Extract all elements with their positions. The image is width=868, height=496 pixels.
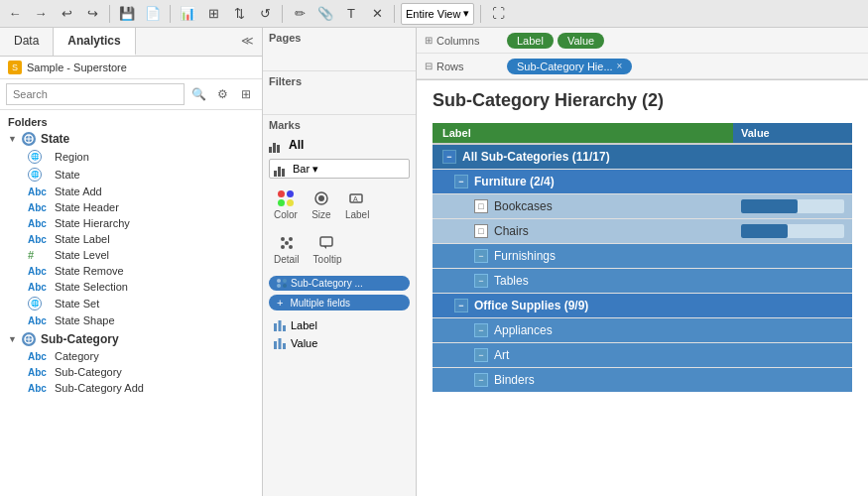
hier-row-all[interactable]: − All Sub-Categories (11/17) <box>433 145 852 170</box>
rows-pill-hierarchy[interactable]: Sub-Category Hie... × <box>507 59 632 74</box>
hier-text-office: Office Supplies (9/9) <box>474 299 588 312</box>
table-button[interactable]: ⊞ <box>202 3 224 25</box>
columns-pill-label[interactable]: Label <box>507 33 554 49</box>
field-region[interactable]: 🌐 Region <box>0 148 262 166</box>
field-state-remove[interactable]: Abc State Remove <box>0 263 262 279</box>
marks-pill-multiple[interactable]: + Multiple fields <box>269 295 410 310</box>
hier-row-furnishings[interactable]: − Furnishings <box>433 244 852 269</box>
field-state-set[interactable]: 🌐 State Set <box>0 295 262 312</box>
hier-toggle-furniture[interactable]: − <box>454 175 468 188</box>
refresh-button[interactable]: ↺ <box>254 3 276 25</box>
field-state-selection[interactable]: Abc State Selection <box>0 279 262 295</box>
bar-fill-bookcases <box>741 199 798 213</box>
rows-shelf-icon: ⊟ <box>425 61 433 71</box>
undo-button[interactable]: ↩ <box>56 3 77 25</box>
hier-row-furniture[interactable]: − Furniture (2/4) <box>433 170 852 194</box>
color-button[interactable]: Color <box>269 186 303 223</box>
data-source-label: Sample - Superstore <box>27 62 127 73</box>
tooltip-button[interactable]: Tooltip <box>309 231 347 268</box>
columns-pill-value[interactable]: Value <box>558 33 604 49</box>
filter-button[interactable]: ⚙ <box>212 84 232 104</box>
hier-toggle-art[interactable]: − <box>474 348 488 362</box>
filters-content <box>269 90 410 110</box>
rows-pill-x[interactable]: × <box>617 61 623 71</box>
field-subcategory[interactable]: Abc Sub-Category <box>0 364 262 380</box>
hier-toggle-office[interactable]: − <box>454 299 468 312</box>
marks-all-label: All <box>269 137 410 153</box>
center-panel: Pages Filters Marks All <box>263 28 417 496</box>
group-header-state[interactable]: ▼ State <box>0 130 262 148</box>
field-state-hierarchy[interactable]: Abc State Hierarchy <box>0 215 262 231</box>
hier-row-art[interactable]: − Art <box>433 343 852 368</box>
panel-collapse-button[interactable]: ≪ <box>233 28 262 56</box>
group-header-subcategory[interactable]: ▼ Sub-Category <box>0 330 262 348</box>
hier-text-all: All Sub-Categories (11/17) <box>462 150 610 164</box>
hier-row-bookcases[interactable]: □ Bookcases <box>433 194 852 219</box>
field-state-level[interactable]: # State Level <box>0 247 262 263</box>
hier-toggle-bookcases[interactable]: □ <box>474 199 488 213</box>
back-button[interactable]: ← <box>4 3 26 25</box>
fit-button[interactable]: ⛶ <box>487 3 509 25</box>
add-chart-button[interactable]: 📊 <box>177 3 198 25</box>
field-subcategory-add[interactable]: Abc Sub-Category Add <box>0 380 262 396</box>
field-state[interactable]: 🌐 State <box>0 166 262 184</box>
view-dropdown[interactable]: Entire View ▾ <box>401 3 474 25</box>
hier-toggle-chairs[interactable]: □ <box>474 224 488 238</box>
label-button[interactable]: A Label <box>340 186 374 223</box>
field-category[interactable]: Abc Category <box>0 348 262 364</box>
hier-toggle-all[interactable]: − <box>442 150 456 164</box>
tab-data[interactable]: Data <box>0 28 54 56</box>
tooltip-button-label: Tooltip <box>313 254 342 265</box>
field-state-add[interactable]: Abc State Add <box>0 184 262 199</box>
hier-row-tables[interactable]: − Tables <box>433 269 852 294</box>
fields-panel: Folders ▼ State 🌐 Region 🌐 State <box>0 110 262 496</box>
marks-type-select[interactable]: Bar ▾ <box>269 159 410 179</box>
size-button[interactable]: Size <box>307 186 336 223</box>
svg-rect-20 <box>274 341 277 349</box>
field-state-header[interactable]: Abc State Header <box>0 199 262 215</box>
hier-toggle-tables[interactable]: − <box>474 274 488 288</box>
field-state-shape[interactable]: Abc State Shape <box>0 312 262 328</box>
bar-chart-icon-label <box>273 318 287 332</box>
detail-button[interactable]: Detail <box>269 231 305 268</box>
search-button[interactable]: 🔍 <box>188 84 208 104</box>
text-button[interactable]: T <box>340 3 362 25</box>
svg-text:A: A <box>353 195 358 202</box>
hier-toggle-binders[interactable]: − <box>474 373 488 387</box>
sep1 <box>109 5 110 23</box>
svg-rect-15 <box>320 237 332 246</box>
sort-asc-button[interactable]: ⇅ <box>228 3 250 25</box>
field-label-state-label: State Label <box>55 233 110 245</box>
redo-button[interactable]: ↪ <box>81 3 103 25</box>
field-state-label[interactable]: Abc State Label <box>0 231 262 247</box>
view-toggle-button[interactable]: ⊞ <box>236 84 256 104</box>
hier-row-chairs[interactable]: □ Chairs <box>433 219 852 244</box>
marks-field-value[interactable]: Value <box>269 334 410 352</box>
search-input[interactable] <box>6 83 185 105</box>
marks-field-label[interactable]: Label <box>269 316 410 334</box>
label-icon: A <box>347 189 367 207</box>
hier-row-office[interactable]: − Office Supplies (9/9) <box>433 294 852 318</box>
hier-toggle-furnishings[interactable]: − <box>474 249 488 263</box>
forward-button[interactable]: → <box>30 3 52 25</box>
hier-row-binders[interactable]: − Binders <box>433 368 852 392</box>
paperclip-button[interactable]: 📎 <box>314 3 336 25</box>
rows-shelf: ⊟ Rows Sub-Category Hie... × <box>417 54 868 79</box>
save-button[interactable]: 💾 <box>116 3 138 25</box>
new-button[interactable]: 📄 <box>142 3 164 25</box>
marks-field-value-text: Value <box>291 337 317 349</box>
hier-label-binders: − Binders <box>433 368 733 392</box>
field-type-icon-state-shape: Abc <box>28 315 50 326</box>
col-header-label: Label <box>433 123 733 143</box>
marks-pill-subcategory[interactable]: Sub-Category ... <box>269 276 410 291</box>
hier-value-furnishings <box>733 244 852 268</box>
tab-analytics[interactable]: Analytics <box>54 28 135 56</box>
hier-row-appliances[interactable]: − Appliances <box>433 318 852 343</box>
pen-button[interactable]: ✏ <box>289 3 310 25</box>
field-type-icon-state-set: 🌐 <box>28 297 50 310</box>
tooltip-icon <box>317 234 337 252</box>
data-source[interactable]: S Sample - Superstore <box>0 57 262 79</box>
svg-point-11 <box>289 237 293 241</box>
clear-button[interactable]: ✕ <box>366 3 388 25</box>
hier-toggle-appliances[interactable]: − <box>474 323 488 337</box>
